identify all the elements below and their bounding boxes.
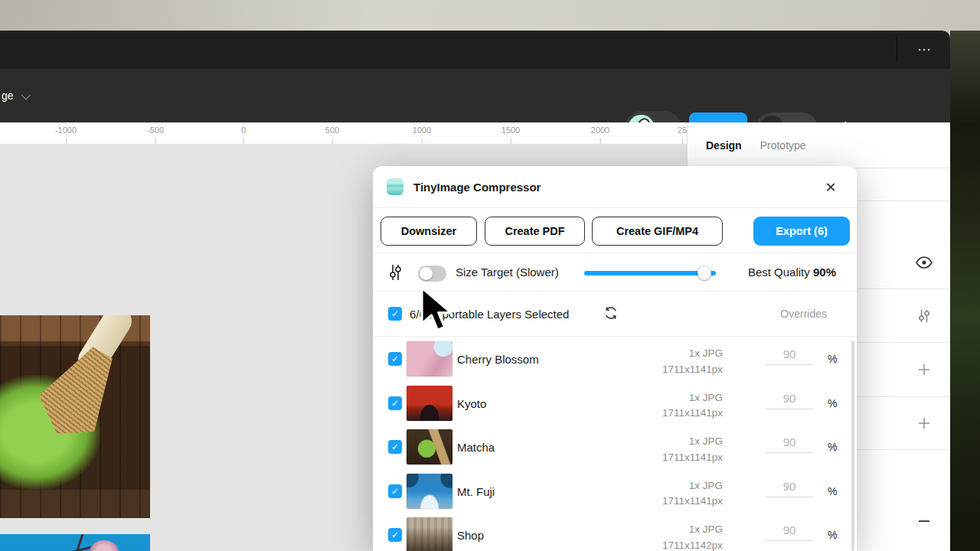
dialog-header: TinyImage Compressor ✕ xyxy=(373,166,857,208)
window-tab-bar: ⋯ xyxy=(0,31,950,69)
ruler-tick: 1500 xyxy=(501,126,520,135)
downsizer-button[interactable]: Downsizer xyxy=(381,217,477,246)
layer-name: Mt. Fuji xyxy=(457,485,495,498)
layer-format: 1x JPG xyxy=(689,435,723,447)
layer-format: 1x JPG xyxy=(689,523,723,535)
dialog-title: TinyImage Compressor xyxy=(413,181,541,194)
close-icon[interactable]: ✕ xyxy=(822,178,840,197)
layer-dimensions: 1711x1141px xyxy=(662,495,723,507)
quality-value: 90% xyxy=(813,266,836,279)
layer-list: ✓ Cherry Blossom 1x JPG1711x1141px % ✓ K… xyxy=(373,337,857,551)
tab-bar-divider xyxy=(897,37,897,63)
layer-meta: 1x JPG1711x1142px xyxy=(626,522,723,551)
overrides-label: Overrides xyxy=(780,308,827,320)
layer-checkbox[interactable]: ✓ xyxy=(388,528,402,542)
quality-text: Best Quality 90% xyxy=(748,266,836,279)
panel-tabs: Design Prototype xyxy=(688,122,950,168)
layer-format: 1x JPG xyxy=(689,480,723,491)
more-tabs-button[interactable]: ⋯ xyxy=(903,31,946,69)
dialog-button-row: Downsizer Create PDF Create GIF/MP4 Expo… xyxy=(373,209,857,253)
quality-label: Best Quality xyxy=(748,266,810,279)
ruler-tick: -500 xyxy=(147,126,164,135)
plus-icon[interactable] xyxy=(914,360,934,380)
create-gif-mp4-button[interactable]: Create GIF/MP4 xyxy=(592,217,723,246)
quality-input[interactable] xyxy=(766,392,813,409)
select-all-checkbox[interactable]: ✓ xyxy=(388,307,402,321)
adjust-sliders-icon xyxy=(389,264,402,281)
plus-icon[interactable] xyxy=(914,413,934,433)
ruler-tick: -1000 xyxy=(55,126,77,135)
horizontal-ruler: -1000 -500 0 500 1000 1500 2000 25 xyxy=(0,122,687,144)
layer-dimensions: 1711x1142px xyxy=(662,540,723,551)
quality-slider[interactable] xyxy=(584,271,716,276)
layer-format: 1x JPG xyxy=(689,347,723,359)
layer-row-matcha: ✓ Matcha 1x JPG1711x1141px % xyxy=(373,425,857,469)
ruler-tick: 1000 xyxy=(413,126,431,135)
layer-checkbox[interactable]: ✓ xyxy=(388,396,402,410)
layer-meta: 1x JPG1711x1141px xyxy=(626,478,723,510)
quality-input[interactable] xyxy=(766,480,813,497)
percent-label: % xyxy=(828,397,837,409)
file-name-label: ge xyxy=(2,90,14,102)
tinyimage-plugin-icon xyxy=(387,178,403,195)
layer-name: Kyoto xyxy=(457,397,486,410)
slider-knob[interactable] xyxy=(697,266,711,280)
percent-label: % xyxy=(828,529,837,541)
layer-thumbnail xyxy=(406,341,453,377)
layer-thumbnail xyxy=(406,473,453,510)
layer-checkbox[interactable]: ✓ xyxy=(388,484,402,498)
ruler-tick: 2000 xyxy=(591,126,609,135)
file-name-menu[interactable]: ge xyxy=(2,69,28,122)
layer-row-mt-fuji: ✓ Mt. Fuji 1x JPG1711x1141px % xyxy=(373,469,857,514)
chevron-down-icon xyxy=(21,90,31,99)
layer-dimensions: 1711x1141px xyxy=(662,407,723,419)
ruler-tick: 500 xyxy=(325,126,339,135)
tinyimage-compressor-dialog: TinyImage Compressor ✕ Downsizer Create … xyxy=(373,166,857,551)
tab-design[interactable]: Design xyxy=(706,139,742,152)
layer-row-cherry-blossom: ✓ Cherry Blossom 1x JPG1711x1141px % xyxy=(373,337,857,381)
layer-format: 1x JPG xyxy=(689,392,723,403)
layer-meta: 1x JPG1711x1141px xyxy=(626,390,723,422)
layer-thumbnail xyxy=(406,385,453,422)
mouse-cursor xyxy=(419,286,457,338)
layer-dimensions: 1711x1141px xyxy=(662,452,723,463)
layer-row-shop: ✓ Shop 1x JPG1711x1142px % xyxy=(373,513,857,551)
layer-checkbox[interactable]: ✓ xyxy=(388,440,402,454)
scrollbar[interactable] xyxy=(851,341,854,551)
minus-icon[interactable] xyxy=(914,511,934,531)
toggle-knob xyxy=(420,267,433,280)
size-target-toggle[interactable] xyxy=(418,266,446,282)
layer-name: Shop xyxy=(457,529,484,542)
matcha-photo-layer[interactable] xyxy=(0,315,150,518)
export-button[interactable]: Export (6) xyxy=(753,217,850,246)
blossom xyxy=(89,540,119,551)
layer-name: Cherry Blossom xyxy=(457,353,539,366)
ruler-tick: 25 xyxy=(678,126,687,135)
cherry-blossom-photo-layer[interactable] xyxy=(0,534,150,551)
adjust-sliders-icon[interactable] xyxy=(914,306,934,326)
percent-label: % xyxy=(828,353,837,365)
layer-name: Matcha xyxy=(457,441,495,454)
layer-thumbnail xyxy=(406,517,453,551)
refresh-icon[interactable] xyxy=(603,305,619,322)
tab-prototype[interactable]: Prototype xyxy=(760,139,806,152)
layer-meta: 1x JPG1711x1141px xyxy=(626,434,723,466)
eye-icon[interactable] xyxy=(914,253,934,272)
desktop-wallpaper xyxy=(950,31,980,551)
layer-thumbnail xyxy=(406,429,453,465)
size-target-label: Size Target (Slower) xyxy=(456,266,559,279)
layer-dimensions: 1711x1141px xyxy=(662,364,723,375)
ruler-tick: 0 xyxy=(241,126,246,135)
create-pdf-button[interactable]: Create PDF xyxy=(485,217,585,246)
percent-label: % xyxy=(828,441,837,453)
quality-input[interactable] xyxy=(766,435,813,453)
layer-meta: 1x JPG1711x1141px xyxy=(626,346,723,378)
layer-row-kyoto: ✓ Kyoto 1x JPG1711x1141px % xyxy=(373,381,857,425)
quality-input[interactable] xyxy=(766,523,813,541)
quality-input[interactable] xyxy=(766,347,813,365)
desktop: ⋯ ge Share </> 16% -1000 -500 0 xyxy=(0,0,980,551)
layer-checkbox[interactable]: ✓ xyxy=(388,352,402,366)
percent-label: % xyxy=(828,485,837,497)
